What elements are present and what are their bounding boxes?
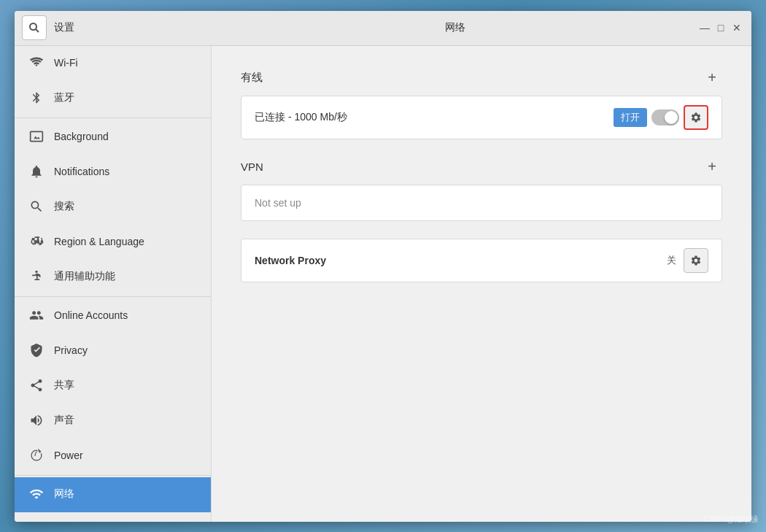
sidebar-item-bluetooth[interactable]: 蓝牙 [15, 81, 211, 116]
sidebar-item-wifi[interactable]: Wi-Fi [15, 46, 211, 81]
sidebar-item-share[interactable]: 共享 [15, 369, 211, 404]
search-sidebar-icon [29, 199, 44, 214]
settings-window: 设置 网络 — □ ✕ Wi-Fi [15, 11, 751, 522]
search-button[interactable] [22, 15, 47, 40]
proxy-label: Network Proxy [255, 255, 667, 266]
sidebar-label-online-accounts: Online Accounts [54, 309, 128, 321]
vpn-not-set-label: Not set up [241, 185, 721, 220]
proxy-card: Network Proxy 关 [241, 239, 722, 282]
wired-card-row: 已连接 - 1000 Mb/秒 打开 [241, 96, 721, 139]
vpn-section-header: VPN + [241, 157, 722, 177]
wired-section-header: 有线 + [241, 68, 722, 88]
toggle-on-button[interactable]: 打开 [614, 108, 647, 127]
close-button[interactable]: ✕ [731, 22, 743, 34]
titlebar-center: 网络 [212, 21, 699, 34]
vpn-card: Not set up [241, 185, 722, 221]
sidebar: Wi-Fi 蓝牙 Background [15, 46, 212, 522]
network-icon [29, 487, 44, 501]
sidebar-item-online-accounts[interactable]: Online Accounts [15, 298, 211, 334]
sidebar-item-search[interactable]: 搜索 [15, 190, 211, 225]
sidebar-item-background[interactable]: Background [15, 120, 211, 155]
sidebar-item-power[interactable]: Power [15, 439, 211, 474]
app-title: 设置 [54, 21, 74, 34]
sound-icon [29, 413, 44, 428]
titlebar-controls: — □ ✕ [699, 22, 751, 34]
accessibility-icon [29, 269, 44, 284]
svg-line-1 [36, 29, 39, 32]
sidebar-label-sound: 声音 [54, 414, 74, 427]
content: Wi-Fi 蓝牙 Background [15, 46, 751, 522]
titlebar: 设置 网络 — □ ✕ [15, 11, 751, 46]
sidebar-label-share: 共享 [54, 379, 74, 392]
sidebar-item-region[interactable]: Region & Language [15, 225, 211, 260]
wired-connection-label: 已连接 - 1000 Mb/秒 [255, 111, 614, 124]
sidebar-item-notifications[interactable]: Notifications [15, 155, 211, 190]
proxy-section: Network Proxy 关 [241, 239, 722, 282]
sidebar-label-network: 网络 [54, 487, 74, 501]
power-icon [29, 448, 44, 463]
sidebar-item-privacy[interactable]: Privacy [15, 334, 211, 369]
background-icon [29, 129, 44, 144]
sidebar-label-accessibility: 通用辅助功能 [54, 270, 115, 283]
wired-add-button[interactable]: + [702, 68, 722, 88]
wired-gear-button[interactable] [684, 105, 708, 130]
bluetooth-icon [29, 90, 44, 105]
proxy-status: 关 [667, 254, 676, 267]
wifi-icon [29, 55, 44, 70]
maximize-button[interactable]: □ [715, 22, 727, 34]
page-title: 网络 [445, 21, 465, 34]
sidebar-label-wifi: Wi-Fi [54, 57, 78, 69]
online-accounts-icon [29, 308, 44, 323]
vpn-section-title: VPN [241, 161, 263, 173]
watermark: CSDN@落续缘 [704, 514, 759, 525]
proxy-row: Network Proxy 关 [241, 239, 721, 282]
wired-section: 有线 + 已连接 - 1000 Mb/秒 打开 [241, 68, 722, 139]
toggle-container: 打开 [614, 108, 679, 127]
toggle-thumb [665, 111, 678, 124]
svg-point-0 [30, 23, 36, 30]
wired-card: 已连接 - 1000 Mb/秒 打开 [241, 96, 722, 139]
region-icon [29, 234, 44, 249]
minimize-button[interactable]: — [699, 22, 711, 34]
share-icon [29, 378, 44, 393]
toggle-track[interactable] [651, 109, 679, 126]
vpn-section: VPN + Not set up [241, 157, 722, 221]
sidebar-label-notifications: Notifications [54, 166, 109, 177]
sidebar-item-network[interactable]: 网络 [15, 477, 211, 512]
proxy-gear-button[interactable] [684, 248, 708, 273]
privacy-icon [29, 343, 44, 358]
sidebar-label-background: Background [54, 131, 109, 142]
separator-2 [15, 296, 211, 297]
vpn-add-button[interactable]: + [702, 157, 722, 177]
sidebar-label-privacy: Privacy [54, 344, 88, 356]
sidebar-item-sound[interactable]: 声音 [15, 404, 211, 439]
notifications-icon [29, 164, 44, 179]
sidebar-label-power: Power [54, 450, 83, 461]
main-content: 有线 + 已连接 - 1000 Mb/秒 打开 [212, 46, 751, 522]
sidebar-label-region: Region & Language [54, 236, 144, 247]
sidebar-item-accessibility[interactable]: 通用辅助功能 [15, 260, 211, 295]
separator-3 [15, 475, 211, 476]
sidebar-label-search: 搜索 [54, 200, 74, 213]
svg-point-2 [35, 271, 37, 273]
sidebar-label-bluetooth: 蓝牙 [54, 91, 74, 104]
separator-1 [15, 117, 211, 118]
titlebar-left: 设置 [15, 15, 212, 40]
wired-section-title: 有线 [241, 71, 263, 85]
